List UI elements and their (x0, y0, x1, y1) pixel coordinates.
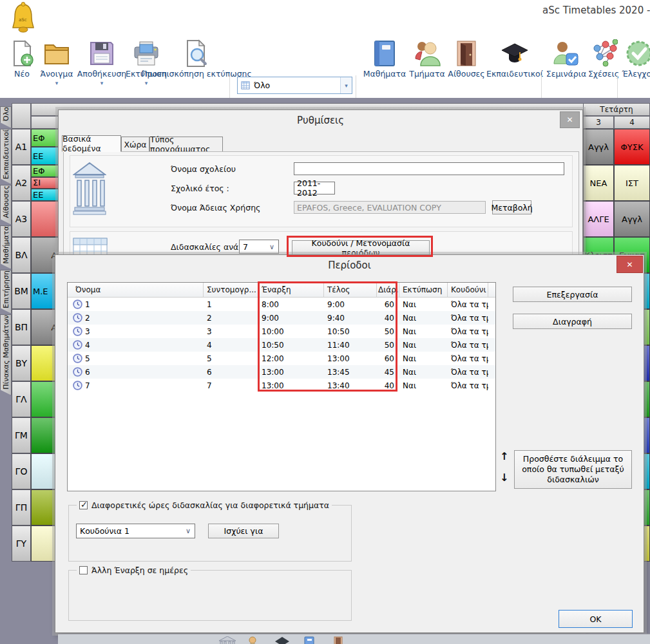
period-column-3[interactable]: 3 (583, 116, 614, 129)
view-selector-dropdown-button[interactable]: ▾ (340, 77, 352, 93)
relations-icon (589, 39, 618, 68)
clock-icon (73, 381, 82, 390)
chevron-down-icon[interactable]: ▾ (55, 80, 59, 86)
seminars-icon (552, 39, 580, 68)
print-preview-icon (182, 39, 211, 68)
school-name-input[interactable] (294, 162, 564, 175)
toolbar-button-3[interactable]: Αποθήκευση▾ (76, 39, 128, 86)
toolbar-button-4[interactable]: Εκτύπωση▾ (126, 39, 166, 86)
tab-program-type[interactable]: Τύπος προγράμματος (149, 137, 223, 152)
row-header-ΒΠ[interactable]: ΒΠ (12, 309, 31, 345)
toolbar-button-classes-people[interactable]: Τμήματα (407, 39, 447, 79)
toolbar-button-lessons-book[interactable]: Μαθήματα (362, 39, 407, 79)
toolbar-button-check-badge[interactable]: Έλεγχος (621, 39, 650, 79)
settings-close-button[interactable]: ✕ (560, 111, 580, 128)
toolbar-button-seminars[interactable]: Σεμινάρια (545, 39, 588, 79)
sidebar-tab-5[interactable]: Επιτήρηση (0, 270, 12, 314)
different-hours-checkbox[interactable]: ✓ Διαφορετικές ώρες διδασκαλίας για διαφ… (77, 500, 332, 510)
bells-select-value: Κουδούνια 1 (80, 526, 129, 536)
row-header-ΓΥ[interactable]: ΓΥ (12, 526, 31, 562)
toolbar-button-classrooms-door[interactable]: Αίθουσες (447, 39, 486, 79)
settings-dialog-title: Ρυθμίσεις (59, 115, 582, 126)
move-up-button[interactable]: ↑ (500, 450, 508, 462)
classrooms-door-icon (452, 39, 481, 68)
application-window: aSc aSc Timetables 2020 - [DEM ΓενικάΑρχ… (0, 0, 650, 644)
period-print-cell: Ναι (399, 368, 448, 377)
row-header-Α3[interactable]: Α3 (12, 201, 31, 237)
toolbar-button-relations[interactable]: Σχέσεις (588, 39, 620, 79)
day-header-wednesday[interactable]: Τετάρτη (583, 103, 650, 116)
toolbar-button-teachers-cap[interactable]: Εκπαιδευτικοί (486, 39, 544, 79)
timetable-cell[interactable]: ΦΥΣΚ (614, 129, 650, 165)
period-bell-cell: Όλα τα τμή... (448, 300, 488, 309)
period-bell-cell: Όλα τα τμή... (448, 368, 488, 377)
sidebar-tab-3[interactable]: Αίθουσες (0, 185, 12, 225)
close-icon: ✕ (626, 260, 633, 269)
sidebar-tab-4[interactable]: Μαθήματα (0, 225, 12, 269)
period-column-4[interactable]: 4 (614, 116, 650, 129)
timetable-cell[interactable]: ΙΣΤ (614, 165, 650, 201)
window-title: aSc Timetables 2020 - [DEM (542, 5, 650, 16)
toolbar-button-label: Μαθήματα (363, 69, 406, 79)
school-name-label: Όνομα σχολείου (171, 164, 236, 174)
ribbon-toolbar: ΝέοΆνοιγμα▾Αποθήκευση▾Εκτύπωση▾Προεπισκό… (0, 35, 650, 99)
add-break-button[interactable]: Προσθέστε διάλειμμα το οποίο θα τυπωθεί … (514, 450, 632, 489)
ok-button[interactable]: OK (559, 610, 633, 628)
arrow-down-icon: ↓ (500, 471, 508, 484)
delete-button[interactable]: Διαγραφή (513, 314, 632, 329)
row-header-ΒΛ[interactable]: ΒΛ (12, 237, 31, 273)
column-header-name[interactable]: Όνομα (68, 283, 204, 297)
chevron-down-icon[interactable]: ▾ (145, 80, 148, 86)
new-document-icon (8, 39, 36, 68)
other-start-checkbox[interactable]: Άλλη Έναρξη σε ημέρες (77, 565, 191, 575)
school-year-input[interactable]: 2011-2012 (294, 182, 335, 194)
row-header-ΓΛ[interactable]: ΓΛ (12, 381, 31, 417)
timetable-cell[interactable]: Αγγλ (583, 129, 614, 165)
toolbar-button-label: Προεπισκόπηση εκτύπωσης (141, 69, 252, 79)
column-header-print[interactable]: Εκτύπωση (399, 283, 448, 297)
print-icon (132, 39, 160, 68)
lessons-per-day-select[interactable]: 7 ∨ (239, 240, 279, 254)
clock-icon (73, 367, 82, 377)
clock-icon (73, 340, 82, 350)
row-header-ΒΜ[interactable]: ΒΜ (12, 273, 31, 309)
timetable-cell[interactable]: Αγγλ (614, 201, 650, 237)
timetable-cell[interactable]: ΝΕΑ (583, 165, 614, 201)
row-header-ΒΥ[interactable]: ΒΥ (12, 345, 31, 381)
clock-icon (73, 327, 82, 336)
menu-bar: ΓενικάΑρχείοΔεδομέναΠροβολήΠρόγραμμαΕπιλ… (0, 17, 650, 35)
toolbar-button-1[interactable]: Νέο (9, 39, 35, 79)
toolbar-button-label: Αίθουσες (448, 69, 484, 79)
toolbar-button-5[interactable]: Προεπισκόπηση εκτύπωσης (165, 39, 228, 79)
select-chevron-icon: ∨ (269, 243, 274, 251)
row-header-ΓΠ[interactable]: ΓΠ (12, 489, 31, 526)
book-small-icon (304, 636, 314, 644)
tab-country[interactable]: Χώρα (121, 137, 149, 152)
row-header-Α2[interactable]: Α2 (12, 165, 31, 201)
column-header-abbr[interactable]: Συντομογρ... (204, 283, 258, 297)
sidebar-tab-2[interactable]: Εκπαιδευτικοί (0, 129, 12, 184)
timetable-cell[interactable]: ΑΛΓΕ (583, 201, 614, 237)
toolbar-button-2[interactable]: Άνοιγμα▾ (37, 39, 76, 86)
chevron-down-icon[interactable]: ▾ (100, 80, 104, 86)
other-start-label: Άλλη Έναρξη σε ημέρες (91, 565, 188, 575)
toolbar-button-label: Νέο (14, 69, 30, 79)
move-down-button[interactable]: ↓ (500, 471, 508, 484)
view-selector[interactable]: Όλο ▾ (237, 77, 352, 94)
chevron-down-icon: ▾ (345, 82, 348, 89)
row-header-Α1[interactable]: Α1 (12, 129, 31, 165)
edit-button[interactable]: Επεξεργασία (513, 287, 632, 302)
period-print-cell: Ναι (399, 300, 448, 309)
column-header-bell[interactable]: Κουδούνι (448, 283, 488, 297)
bells-select[interactable]: Κουδούνια 1 ∨ (76, 524, 195, 538)
period-abbr-cell: 2 (204, 314, 258, 323)
change-license-button[interactable]: Μεταβολή (492, 200, 531, 214)
sidebar-tab-6[interactable]: Πίνακας Μαθημάτων (0, 314, 12, 395)
select-chevron-icon: ∨ (186, 527, 191, 535)
periods-close-button[interactable]: ✕ (617, 256, 643, 273)
row-header-ΓΟ[interactable]: ΓΟ (12, 453, 31, 489)
applies-to-button[interactable]: Ισχύει για (208, 524, 279, 538)
row-header-ΓΜ[interactable]: ΓΜ (12, 417, 31, 453)
tab-basic-data[interactable]: Βασικά δεδομένα (62, 135, 121, 152)
period-name-cell: 1 (68, 299, 204, 309)
